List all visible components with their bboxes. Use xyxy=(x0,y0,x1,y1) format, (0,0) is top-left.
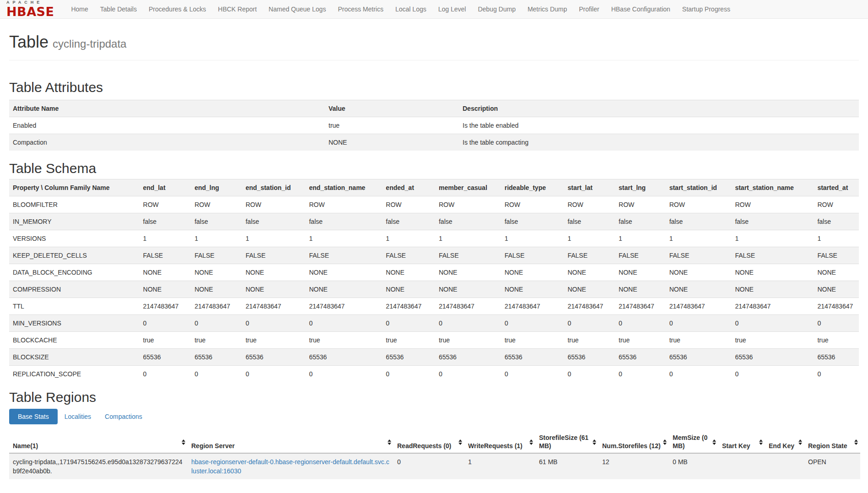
regions-header-memsize-0-mb[interactable]: MemSize (0 MB) xyxy=(669,432,718,453)
schema-value-cell: ROW xyxy=(191,196,242,213)
regions-header-region-server[interactable]: Region Server xyxy=(188,432,394,453)
schema-value-cell: 1 xyxy=(382,230,435,247)
schema-value-cell: 65536 xyxy=(814,349,859,366)
nav-item-debug-dump[interactable]: Debug Dump xyxy=(472,0,522,18)
regions-header-label: WriteRequests (1) xyxy=(468,442,523,450)
schema-value-cell: NONE xyxy=(305,281,382,298)
nav-menu-item: Home xyxy=(65,0,94,18)
page-title: Tablecycling-tripdata xyxy=(9,33,859,52)
nav-item-procedures-locks[interactable]: Procedures & Locks xyxy=(143,0,212,18)
nav-item-table-details[interactable]: Table Details xyxy=(94,0,143,18)
schema-value-cell: 0 xyxy=(814,315,859,332)
schema-row-replication-scope: REPLICATION_SCOPE000000000000 xyxy=(9,366,859,383)
regions-header-readrequests-0[interactable]: ReadRequests (0) xyxy=(394,432,464,453)
regions-header-num-storefiles-12[interactable]: Num.Storefiles (12) xyxy=(598,432,669,453)
attributes-header-cell: Description xyxy=(459,100,859,117)
region-mem-size-cell: 0 MB xyxy=(669,453,718,479)
schema-value-cell: false xyxy=(666,213,732,230)
schema-value-cell: 0 xyxy=(731,315,814,332)
schema-value-cell: 0 xyxy=(615,366,666,383)
nav-item-startup-progress[interactable]: Startup Progress xyxy=(676,0,736,18)
schema-property-cell: DATA_BLOCK_ENCODING xyxy=(9,264,140,281)
schema-value-cell: NONE xyxy=(191,281,242,298)
schema-value-cell: true xyxy=(140,332,191,349)
schema-value-cell: 0 xyxy=(501,315,564,332)
attributes-header-cell: Attribute Name xyxy=(9,100,325,117)
schema-value-cell: 0 xyxy=(140,366,191,383)
schema-value-cell: false xyxy=(382,213,435,230)
nav-item-named-queue-logs[interactable]: Named Queue Logs xyxy=(263,0,332,18)
schema-value-cell: 1 xyxy=(305,230,382,247)
schema-value-cell: NONE xyxy=(666,281,732,298)
schema-value-cell: NONE xyxy=(564,264,615,281)
page-title-text: Table xyxy=(9,33,49,51)
page-subtitle: cycling-tripdata xyxy=(53,38,126,50)
schema-value-cell: ROW xyxy=(731,196,814,213)
sort-up-arrow xyxy=(458,439,462,442)
sort-down-arrow xyxy=(854,443,858,445)
schema-value-cell: NONE xyxy=(382,281,435,298)
sort-down-arrow xyxy=(712,443,716,445)
schema-row-blockcache: BLOCKCACHEtruetruetruetruetruetruetruetr… xyxy=(9,332,859,349)
schema-value-cell: true xyxy=(435,332,501,349)
region-storefile-size-cell: 61 MB xyxy=(535,453,598,479)
schema-value-cell: NONE xyxy=(191,264,242,281)
schema-value-cell: ROW xyxy=(615,196,666,213)
schema-value-cell: NONE xyxy=(564,281,615,298)
schema-property-cell: KEEP_DELETED_CELLS xyxy=(9,247,140,264)
attributes-row: CompactionNONEIs the table compacting xyxy=(9,134,859,151)
nav-item-process-metrics[interactable]: Process Metrics xyxy=(332,0,389,18)
schema-property-cell: VERSIONS xyxy=(9,230,140,247)
nav-item-metrics-dump[interactable]: Metrics Dump xyxy=(522,0,573,18)
schema-value-cell: true xyxy=(814,332,859,349)
regions-header-name-1[interactable]: Name(1) xyxy=(9,432,188,453)
schema-value-cell: FALSE xyxy=(191,247,242,264)
schema-value-cell: ROW xyxy=(140,196,191,213)
tab-base-stats[interactable]: Base Stats xyxy=(9,409,58,424)
schema-value-cell: 2147483647 xyxy=(564,298,615,315)
regions-header-label: Region State xyxy=(808,442,847,450)
region-server-link[interactable]: hbase-regionserver-default-0.hbase-regio… xyxy=(191,458,389,475)
regions-header-start-key[interactable]: Start Key xyxy=(718,432,765,453)
schema-value-cell: NONE xyxy=(731,264,814,281)
schema-value-cell: 0 xyxy=(564,315,615,332)
regions-header-region-state[interactable]: Region State xyxy=(804,432,860,453)
hbase-logo[interactable]: APACHE HBASE xyxy=(6,0,54,18)
schema-value-cell: ROW xyxy=(666,196,732,213)
schema-family-header-started-at: started_at xyxy=(814,179,859,196)
schema-table: Property \ Column Family Nameend_latend_… xyxy=(9,179,859,382)
schema-family-header-start-lat: start_lat xyxy=(564,179,615,196)
sort-down-arrow xyxy=(182,443,185,445)
nav-item-local-logs[interactable]: Local Logs xyxy=(389,0,432,18)
schema-value-cell: 1 xyxy=(501,230,564,247)
regions-header-end-key[interactable]: End Key xyxy=(765,432,804,453)
sort-up-arrow xyxy=(593,439,596,442)
nav-item-log-level[interactable]: Log Level xyxy=(432,0,472,18)
schema-value-cell: ROW xyxy=(814,196,859,213)
schema-table-head: Property \ Column Family Nameend_latend_… xyxy=(9,179,859,196)
regions-table-body: cycling-tripdata,,1719475156245.e95d0a13… xyxy=(9,453,860,479)
tab-compactions[interactable]: Compactions xyxy=(98,409,149,424)
nav-item-home[interactable]: Home xyxy=(65,0,94,18)
schema-value-cell: NONE xyxy=(382,264,435,281)
schema-value-cell: FALSE xyxy=(305,247,382,264)
schema-row-versions: VERSIONS111111111111 xyxy=(9,230,859,247)
sort-down-arrow xyxy=(593,443,596,445)
nav-item-hbck-report[interactable]: HBCK Report xyxy=(212,0,263,18)
attributes-cell: Is the table enabled xyxy=(459,117,859,134)
regions-header-writerequests-1[interactable]: WriteRequests (1) xyxy=(464,432,535,453)
sort-up-arrow xyxy=(182,439,185,442)
regions-tabs: Base StatsLocalitiesCompactions xyxy=(9,409,859,424)
nav-item-hbase-configuration[interactable]: HBase Configuration xyxy=(605,0,676,18)
regions-table: Name(1)Region ServerReadRequests (0)Writ… xyxy=(9,432,860,479)
schema-value-cell: NONE xyxy=(731,281,814,298)
attributes-header-cell: Value xyxy=(325,100,459,117)
tab-localities[interactable]: Localities xyxy=(58,409,98,424)
regions-header-storefilesize-61-mb[interactable]: StorefileSize (61 MB) xyxy=(535,432,598,453)
nav-item-profiler[interactable]: Profiler xyxy=(573,0,605,18)
schema-value-cell: 0 xyxy=(666,366,732,383)
region-start-key-cell xyxy=(718,453,765,479)
sort-icon xyxy=(458,439,462,445)
nav-menu-item: Table Details xyxy=(94,0,143,18)
schema-row-ttl: TTL2147483647214748364721474836472147483… xyxy=(9,298,859,315)
